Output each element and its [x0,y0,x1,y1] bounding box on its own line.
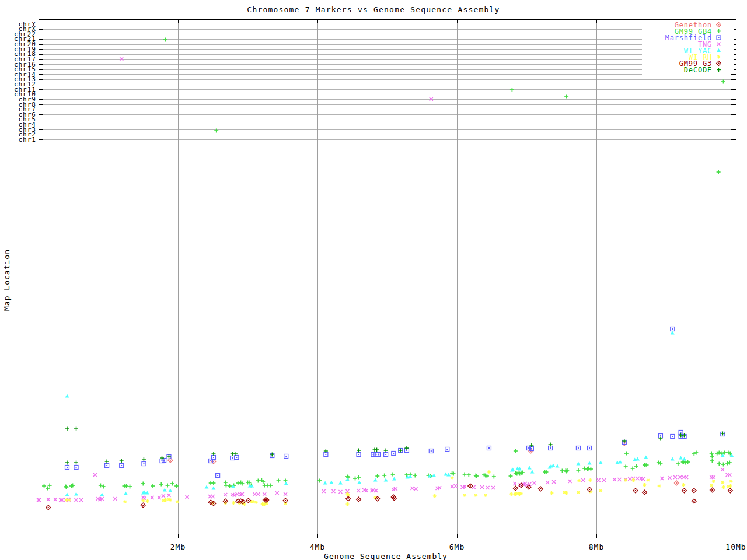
y-axis-title: Map Location [2,249,11,311]
x-tick-label-2Mb: 2Mb [170,542,186,551]
square-marker-icon [716,34,721,41]
series-marshfield [65,327,724,478]
x-tick-label-10Mb: 10Mb [725,542,746,551]
legend-item-decode: DeCODE [642,66,734,73]
plus-marker-icon [716,28,721,34]
legend-label: DeCODE [684,66,712,74]
x-tick-label-6Mb: 6Mb [449,542,465,551]
gridlines [39,19,736,538]
diamond-marker-icon [716,22,721,28]
asterisk-marker-icon [716,54,721,60]
legend-item-marshfield: Marshfield [642,34,734,41]
series-tng [37,57,731,502]
series-gm99-g3 [46,483,733,510]
scatter-plot [0,0,747,560]
axes [39,19,736,538]
x-axis-title: Genome Sequence Assembly [324,552,448,560]
series-gm99-gb4 [42,38,732,491]
chart-title: Chromosome 7 Markers vs Genome Sequence … [0,5,747,14]
x-tick-label-8Mb: 8Mb [589,542,604,551]
series-wi-yac [65,331,734,496]
x-tick-label-4Mb: 4Mb [310,542,325,551]
legend: Genethon GM99 GB4 Marshfield TNG WI YAC … [642,21,734,74]
cross-marker-icon [716,41,721,47]
plus-marker-icon [716,66,721,73]
chart-canvas: Chromosome 7 Markers vs Genome Sequence … [0,0,747,560]
diamond-marker-icon [716,60,721,66]
y-tick-label-chr1: chr1 [0,137,36,142]
triangle-marker-icon [716,47,721,54]
